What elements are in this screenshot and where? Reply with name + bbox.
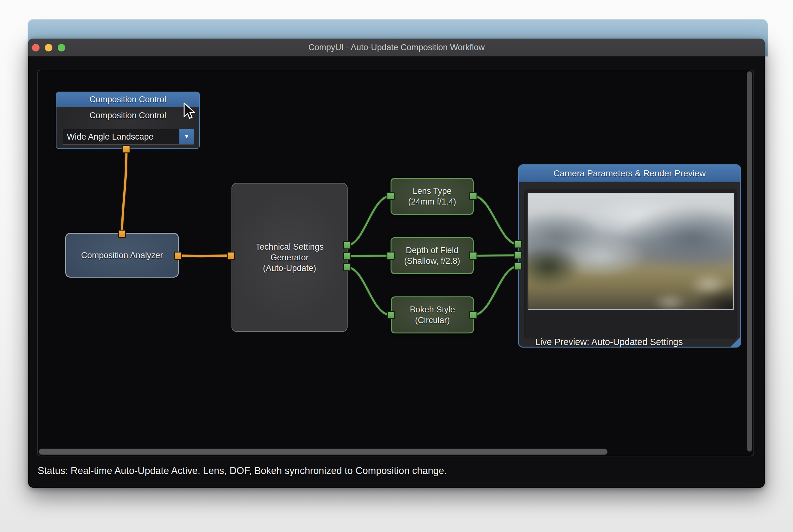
horizontal-scrollbar-thumb[interactable] <box>39 449 608 455</box>
node-technical-settings-generator[interactable]: Technical Settings Generator (Auto-Updat… <box>231 183 347 332</box>
camera-preview-header[interactable]: Camera Parameters & Render Preview <box>519 165 740 182</box>
port-bokeh-input[interactable] <box>387 311 395 319</box>
preview-caption: Live Preview: Auto-Updated Settings (24m… <box>535 336 683 347</box>
bokeh-style-line1: Bokeh Style <box>410 304 455 315</box>
node-depth-of-field[interactable]: Depth of Field (Shallow, f/2.8) <box>391 237 474 274</box>
port-analyzer-output[interactable] <box>174 251 182 260</box>
app-window: CompyUI - Auto-Update Composition Workfl… <box>28 39 765 488</box>
composition-analyzer-label: Composition Analyzer <box>81 250 163 261</box>
mouse-cursor <box>183 102 196 121</box>
port-lens-output[interactable] <box>469 192 477 200</box>
port-bokeh-output[interactable] <box>469 311 477 319</box>
preview-caption-line1: Live Preview: Auto-Updated Settings <box>535 336 683 347</box>
lens-type-line2: (24mm f/1.4) <box>408 196 456 207</box>
dropdown-arrow-icon[interactable]: ▼ <box>179 129 194 144</box>
port-camera-input-lens[interactable] <box>514 240 522 248</box>
technical-settings-line1: Technical Settings <box>255 242 324 252</box>
node-lens-type[interactable]: Lens Type (24mm f/1.4) <box>391 178 474 215</box>
technical-settings-line2: Generator <box>255 252 324 263</box>
port-dof-input[interactable] <box>386 251 395 260</box>
port-dof-output[interactable] <box>469 251 477 260</box>
port-lens-input[interactable] <box>386 192 395 200</box>
port-composition-control-output[interactable] <box>122 145 131 153</box>
titlebar[interactable]: CompyUI - Auto-Update Composition Workfl… <box>28 39 765 56</box>
technical-settings-line3: (Auto-Update) <box>255 263 324 273</box>
node-composition-control[interactable]: Composition Control Composition Control … <box>56 92 200 149</box>
composition-control-header[interactable]: Composition Control <box>56 92 199 107</box>
composition-dropdown[interactable]: Wide Angle Landscape ▼ <box>62 129 194 145</box>
depth-of-field-label: Depth of Field (Shallow, f/2.8) <box>404 245 460 266</box>
resize-handle[interactable] <box>730 336 741 347</box>
port-settings-output-lens[interactable] <box>343 241 351 249</box>
port-settings-input[interactable] <box>227 251 235 260</box>
depth-of-field-line1: Depth of Field <box>404 245 460 255</box>
technical-settings-label: Technical Settings Generator (Auto-Updat… <box>255 242 324 273</box>
bokeh-style-line2: (Circular) <box>410 315 455 326</box>
render-preview-image <box>528 193 734 310</box>
lens-type-line1: Lens Type <box>408 186 456 196</box>
composition-control-body: Composition Control Wide Angle Landscape… <box>56 110 199 149</box>
status-text: Status: Real-time Auto-Update Active. Le… <box>38 465 447 476</box>
node-bokeh-style[interactable]: Bokeh Style (Circular) <box>391 297 474 334</box>
blurred-landscape <box>528 193 734 310</box>
node-composition-analyzer[interactable]: Composition Analyzer <box>65 233 179 278</box>
port-camera-input-dof[interactable] <box>514 251 522 260</box>
node-camera-preview[interactable]: Camera Parameters & Render Preview Live … <box>518 164 741 347</box>
bokeh-style-label: Bokeh Style (Circular) <box>410 304 455 326</box>
lens-type-label: Lens Type (24mm f/1.4) <box>408 186 456 207</box>
port-settings-output-dof[interactable] <box>343 252 351 260</box>
port-settings-output-bokeh[interactable] <box>343 263 351 271</box>
vertical-scrollbar-thumb[interactable] <box>747 71 752 452</box>
depth-of-field-line2: (Shallow, f/2.8) <box>404 255 460 266</box>
port-analyzer-input[interactable] <box>118 230 126 238</box>
window-title: CompyUI - Auto-Update Composition Workfl… <box>28 39 765 56</box>
render-preview-frame: Live Preview: Auto-Updated Settings (24m… <box>524 189 737 339</box>
composition-dropdown-value[interactable]: Wide Angle Landscape <box>62 129 179 144</box>
composition-control-label: Composition Control <box>56 110 199 121</box>
port-camera-input-bokeh[interactable] <box>514 262 522 270</box>
